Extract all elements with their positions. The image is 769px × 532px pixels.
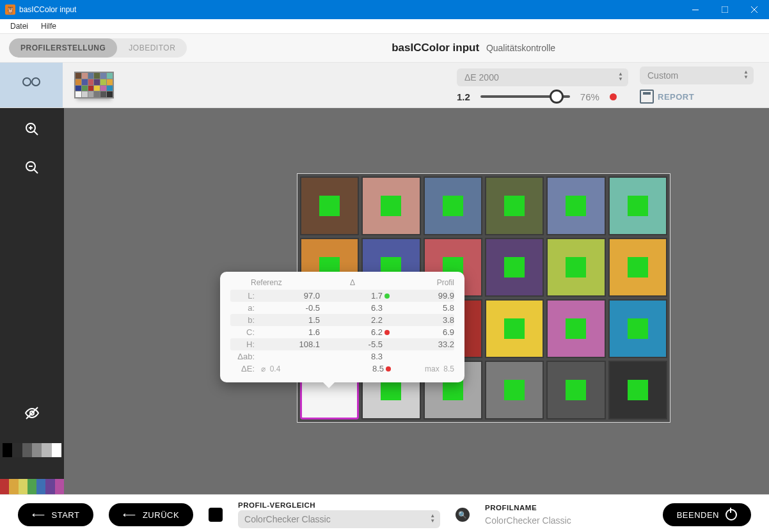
visibility-button[interactable] xyxy=(24,405,40,421)
topbar: PROFILERSTELLUNG JOBEDITOR basICColor in… xyxy=(0,34,769,63)
color-patch[interactable] xyxy=(546,299,605,358)
color-patch[interactable] xyxy=(608,361,667,419)
app-icon: 🦉 xyxy=(5,4,15,15)
profile-name-section: PROFILNAME ColorChecker Classic xyxy=(485,504,571,526)
color-patch[interactable] xyxy=(546,361,605,419)
power-icon xyxy=(725,509,737,520)
footer: ⟵START ⟵ZURÜCK PROFIL-VERGLEICH ColorChe… xyxy=(0,494,769,532)
start-button[interactable]: ⟵START xyxy=(18,503,93,526)
maximize-button[interactable] xyxy=(710,0,740,19)
slider-row: 1.2 76% xyxy=(457,91,628,102)
toolbar-owl-button[interactable] xyxy=(0,63,63,107)
zoom-in-button[interactable] xyxy=(24,121,40,137)
tooltip-header: Referenz Δ Profil xyxy=(230,278,454,290)
tooltip-row: Δab:8.3 xyxy=(230,350,454,363)
tooltip-row: H:108.1-5.533.2 xyxy=(230,338,454,350)
tooltip-row: b:1.52.23.8 xyxy=(230,314,454,326)
mode-tabs: PROFILERSTELLUNG JOBEDITOR xyxy=(9,38,187,58)
threshold-slider[interactable] xyxy=(480,95,570,98)
profile-color-swatch[interactable] xyxy=(209,508,223,522)
svg-rect-0 xyxy=(692,10,699,10)
color-patch[interactable] xyxy=(608,238,667,297)
profile-name-value: ColorChecker Classic xyxy=(485,513,571,526)
chevron-updown-icon: ▲▼ xyxy=(743,70,749,80)
color-patch[interactable] xyxy=(608,176,667,235)
color-patch[interactable] xyxy=(485,238,544,297)
colorchecker-thumb-icon xyxy=(74,72,114,98)
metric-dropdown[interactable]: ΔE 2000 ▲▼ xyxy=(457,68,628,86)
color-patch[interactable] xyxy=(300,176,359,235)
chevron-updown-icon: ▲▼ xyxy=(430,513,435,524)
color-patch[interactable] xyxy=(485,361,544,419)
profile-compare-dropdown[interactable]: ColorChecker Classic ▲▼ xyxy=(238,510,440,528)
quit-button[interactable]: BEENDEN xyxy=(663,503,751,526)
app-title: basICColor input Qualitätskontrolle xyxy=(187,42,760,54)
tooltip-row: L:97.01.799.9 xyxy=(230,290,454,302)
dot-red-icon xyxy=(386,366,391,372)
color-patch[interactable] xyxy=(546,176,605,235)
menu-help[interactable]: Hilfe xyxy=(35,20,63,32)
slider-value: 1.2 xyxy=(457,91,470,102)
color-swatches[interactable] xyxy=(0,479,64,494)
canvas: Referenz Δ Profil L:97.01.799.9a:-0.56.3… xyxy=(64,108,769,494)
toolbar-colorchecker-button[interactable] xyxy=(63,63,125,107)
report-button[interactable]: REPORT xyxy=(640,90,694,104)
arrow-left-icon: ⟵ xyxy=(123,510,136,520)
color-patch[interactable] xyxy=(485,176,544,235)
toolbar-right: ΔE 2000 ▲▼ 1.2 76% Custom ▲▼ REPORT xyxy=(457,66,769,104)
body: Referenz Δ Profil L:97.01.799.9a:-0.56.3… xyxy=(0,108,769,494)
app-section: Qualitätskontrolle xyxy=(486,43,555,53)
app-name: basICColor input xyxy=(392,42,479,54)
svg-rect-1 xyxy=(722,6,728,13)
profile-compare-section: PROFIL-VERGLEICH ColorChecker Classic ▲▼ xyxy=(238,501,440,528)
report-label: REPORT xyxy=(658,92,694,102)
gray-swatches[interactable] xyxy=(3,443,61,457)
slider-percent: 76% xyxy=(580,91,599,102)
menubar: Datei Hilfe xyxy=(0,19,769,34)
tab-profilerstellung[interactable]: PROFILERSTELLUNG xyxy=(9,38,117,58)
metric-dropdown-value: ΔE 2000 xyxy=(464,72,499,82)
tooltip-row: C:1.66.26.9 xyxy=(230,326,454,338)
svg-line-5 xyxy=(34,131,38,135)
color-patch[interactable] xyxy=(546,238,605,297)
tooltip-row: a:-0.56.35.8 xyxy=(230,302,454,314)
status-dot-icon xyxy=(610,93,617,100)
search-icon: 🔍 xyxy=(458,511,467,519)
save-icon xyxy=(640,90,654,104)
arrow-left-icon: ⟵ xyxy=(32,510,45,520)
window-title: basICColor input xyxy=(19,5,681,14)
back-button[interactable]: ⟵ZURÜCK xyxy=(109,503,193,526)
preset-dropdown-value: Custom xyxy=(647,70,678,81)
owl-icon xyxy=(20,76,42,94)
svg-line-9 xyxy=(34,169,38,173)
profile-compare-label: PROFIL-VERGLEICH xyxy=(238,501,440,509)
window-titlebar: 🦉 basICColor input xyxy=(0,0,769,19)
slider-knob[interactable] xyxy=(550,90,564,104)
patch-tooltip: Referenz Δ Profil L:97.01.799.9a:-0.56.3… xyxy=(220,272,464,382)
minimize-button[interactable] xyxy=(681,0,710,19)
sidebar xyxy=(0,108,64,494)
color-patch[interactable] xyxy=(608,299,667,358)
tab-jobeditor[interactable]: JOBEDITOR xyxy=(117,38,187,58)
zoom-out-button[interactable] xyxy=(24,159,40,176)
toolbar: ΔE 2000 ▲▼ 1.2 76% Custom ▲▼ REPORT xyxy=(0,63,769,108)
color-patch[interactable] xyxy=(361,176,420,235)
profile-search-button[interactable]: 🔍 xyxy=(456,508,470,522)
tooltip-summary-row: ΔE: ⌀ 0.4 8.5 max 8.5 xyxy=(230,363,454,375)
color-patch[interactable] xyxy=(424,176,482,235)
chevron-updown-icon: ▲▼ xyxy=(618,72,623,82)
color-patch[interactable] xyxy=(485,299,544,358)
window-buttons xyxy=(681,0,769,19)
close-button[interactable] xyxy=(740,0,769,19)
profile-name-label: PROFILNAME xyxy=(485,504,571,512)
preset-dropdown[interactable]: Custom ▲▼ xyxy=(640,66,754,84)
menu-file[interactable]: Datei xyxy=(4,20,35,32)
